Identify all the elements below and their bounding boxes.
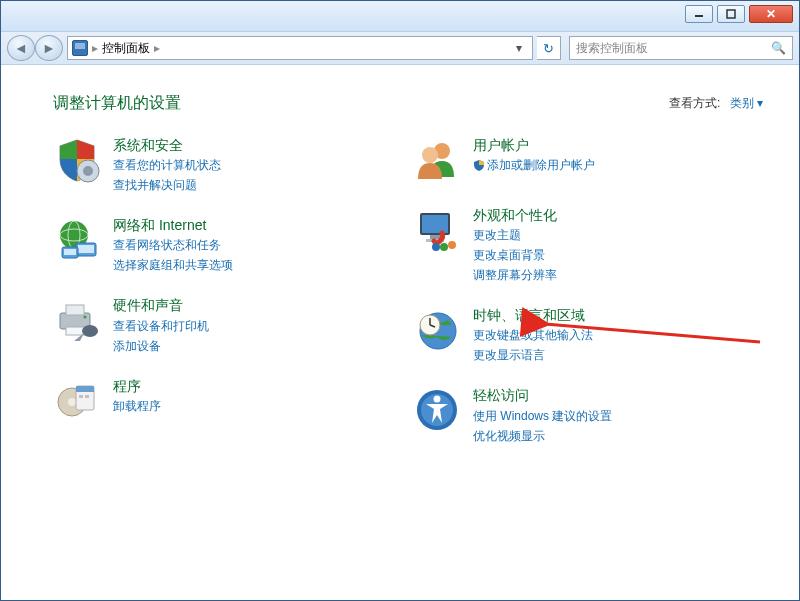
users-icon	[413, 136, 461, 184]
link-network-status[interactable]: 查看网络状态和任务	[113, 236, 233, 254]
link-change-keyboard-input[interactable]: 更改键盘或其他输入法	[473, 326, 593, 344]
svg-rect-25	[422, 215, 448, 233]
svg-rect-19	[76, 386, 94, 392]
link-change-display-language[interactable]: 更改显示语言	[473, 346, 593, 364]
left-column: 系统和安全 查看您的计算机状态 查找并解决问题	[53, 136, 403, 445]
svg-rect-1	[727, 10, 735, 18]
nav-arrows: ◄ ►	[7, 35, 63, 61]
cat-link-network[interactable]: 网络和 Internet	[113, 216, 233, 234]
search-box[interactable]: 搜索控制面板 🔍	[569, 36, 793, 60]
link-uninstall-program[interactable]: 卸载程序	[113, 397, 161, 415]
monitor-appearance-icon	[413, 206, 461, 254]
maximize-button[interactable]	[717, 5, 745, 23]
link-homegroup-sharing[interactable]: 选择家庭组和共享选项	[113, 256, 233, 274]
svg-point-17	[68, 398, 76, 406]
nav-back-button[interactable]: ◄	[7, 35, 35, 61]
search-placeholder: 搜索控制面板	[576, 40, 648, 57]
view-by: 查看方式: 类别 ▾	[669, 95, 763, 112]
address-bar[interactable]: ▸ 控制面板 ▸ ▾	[67, 36, 533, 60]
cat-appearance: 外观和个性化 更改主题 更改桌面背景 调整屏幕分辨率	[413, 206, 763, 284]
cat-link-users[interactable]: 用户帐户	[473, 136, 595, 154]
view-by-label: 查看方式:	[669, 96, 720, 110]
svg-point-23	[422, 147, 438, 163]
cat-link-appearance[interactable]: 外观和个性化	[473, 206, 557, 224]
link-find-fix-problems[interactable]: 查找并解决问题	[113, 176, 221, 194]
svg-rect-21	[85, 395, 89, 398]
link-windows-suggestions[interactable]: 使用 Windows 建议的设置	[473, 407, 612, 425]
link-change-theme[interactable]: 更改主题	[473, 226, 557, 244]
cat-system-security: 系统和安全 查看您的计算机状态 查找并解决问题	[53, 136, 403, 194]
navbar: ◄ ► ▸ 控制面板 ▸ ▾ ↻ 搜索控制面板 🔍	[1, 31, 799, 65]
content-area: 调整计算机的设置 查看方式: 类别 ▾	[1, 65, 799, 600]
link-devices-printers[interactable]: 查看设备和打印机	[113, 317, 209, 335]
link-view-computer-status[interactable]: 查看您的计算机状态	[113, 156, 221, 174]
close-button[interactable]: ✕	[749, 5, 793, 23]
svg-point-29	[440, 243, 448, 251]
address-dropdown-icon[interactable]: ▾	[510, 41, 528, 55]
cat-link-system-security[interactable]: 系统和安全	[113, 136, 221, 154]
svg-point-14	[84, 316, 87, 319]
minimize-button[interactable]	[685, 5, 713, 23]
cat-users: 用户帐户 添加或删除用户帐户	[413, 136, 763, 184]
view-by-value[interactable]: 类别 ▾	[730, 96, 763, 110]
link-add-remove-accounts[interactable]: 添加或删除用户帐户	[473, 156, 595, 174]
breadcrumb-sep-icon: ▸	[92, 41, 98, 55]
svg-rect-13	[66, 327, 84, 335]
printer-hardware-icon	[53, 296, 101, 344]
window-frame: ✕ ◄ ► ▸ 控制面板 ▸ ▾ ↻ 搜索控制面板 🔍 调整计算机的设置 查看方…	[0, 0, 800, 601]
link-add-device[interactable]: 添加设备	[113, 337, 209, 355]
control-panel-icon	[72, 40, 88, 56]
category-columns: 系统和安全 查看您的计算机状态 查找并解决问题	[53, 136, 763, 445]
svg-point-3	[83, 166, 93, 176]
globe-network-icon	[53, 216, 101, 264]
shield-icon	[53, 136, 101, 184]
svg-point-30	[432, 243, 440, 251]
cat-programs: 程序 卸载程序	[53, 377, 403, 425]
page-title: 调整计算机的设置	[53, 93, 181, 114]
content-header: 调整计算机的设置 查看方式: 类别 ▾	[53, 93, 763, 114]
right-column: 用户帐户 添加或删除用户帐户	[413, 136, 763, 445]
cat-ease-of-access: 轻松访问 使用 Windows 建议的设置 优化视频显示	[413, 386, 763, 444]
cat-link-clock-language[interactable]: 时钟、语言和区域	[473, 306, 593, 324]
svg-rect-10	[64, 249, 76, 255]
cat-link-ease-of-access[interactable]: 轻松访问	[473, 386, 612, 404]
refresh-button[interactable]: ↻	[537, 36, 561, 60]
svg-rect-12	[66, 305, 84, 315]
cat-link-programs[interactable]: 程序	[113, 377, 161, 395]
cat-network: 网络和 Internet 查看网络状态和任务 选择家庭组和共享选项	[53, 216, 403, 274]
svg-point-15	[82, 325, 98, 337]
nav-forward-button[interactable]: ►	[35, 35, 63, 61]
link-optimize-video[interactable]: 优化视频显示	[473, 427, 612, 445]
link-change-wallpaper[interactable]: 更改桌面背景	[473, 246, 557, 264]
svg-rect-26	[430, 235, 440, 239]
search-icon: 🔍	[771, 41, 786, 55]
titlebar: ✕	[1, 1, 799, 31]
svg-rect-20	[79, 395, 83, 398]
ease-of-access-icon	[413, 386, 461, 434]
cat-clock-language: 时钟、语言和区域 更改键盘或其他输入法 更改显示语言	[413, 306, 763, 364]
cat-hardware: 硬件和声音 查看设备和打印机 添加设备	[53, 296, 403, 354]
cat-link-hardware[interactable]: 硬件和声音	[113, 296, 209, 314]
svg-point-28	[448, 241, 456, 249]
svg-rect-8	[78, 245, 94, 253]
svg-point-37	[434, 396, 441, 403]
programs-icon	[53, 377, 101, 425]
breadcrumb-sep-icon: ▸	[154, 41, 160, 55]
clock-globe-icon	[413, 306, 461, 354]
breadcrumb-item[interactable]: 控制面板	[102, 40, 150, 57]
link-screen-resolution[interactable]: 调整屏幕分辨率	[473, 266, 557, 284]
